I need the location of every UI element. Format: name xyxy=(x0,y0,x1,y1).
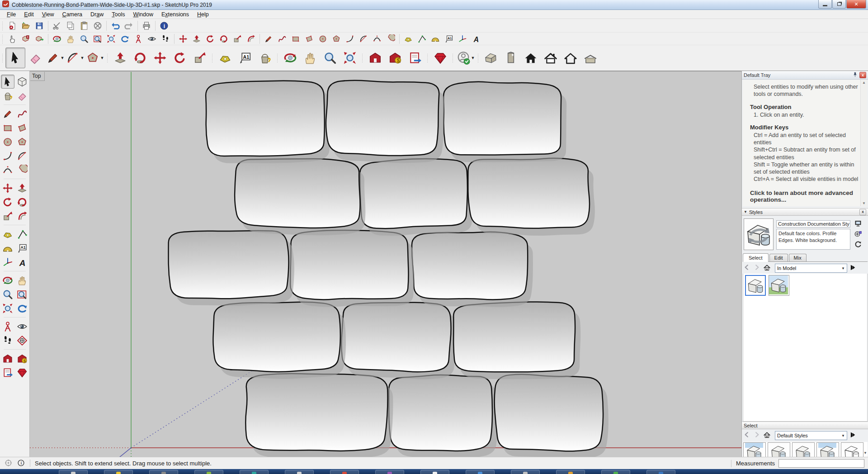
cobblestone[interactable] xyxy=(494,374,609,457)
taskbar-button[interactable] xyxy=(466,470,495,474)
model-house-3d-button[interactable] xyxy=(481,47,501,68)
print-button[interactable] xyxy=(140,20,153,32)
tray-title-bar[interactable]: Default Tray x xyxy=(742,71,868,80)
menu-help[interactable]: Help xyxy=(193,10,213,19)
taskbar-button[interactable] xyxy=(240,470,269,474)
menu-view[interactable]: View xyxy=(38,10,58,19)
text-button[interactable]: A1 xyxy=(442,33,456,45)
restore-button[interactable] xyxy=(832,0,846,9)
cobblestone[interactable] xyxy=(411,231,534,308)
cobblestone[interactable] xyxy=(360,158,474,236)
new-file-button[interactable] xyxy=(5,20,19,32)
cobblestone[interactable] xyxy=(326,80,444,163)
model-info-button[interactable]: i xyxy=(157,20,171,32)
pie-tool[interactable] xyxy=(15,163,29,177)
arc-tool[interactable] xyxy=(1,149,14,163)
instructor-advanced-link[interactable]: Click to learn about more advanced opera… xyxy=(750,190,859,203)
thumbs-scroll-down-icon[interactable]: ▼ xyxy=(863,451,867,455)
paint-bucket-tool[interactable] xyxy=(1,89,14,103)
taskbar-button[interactable] xyxy=(601,470,630,474)
taskbar-button[interactable] xyxy=(646,470,675,474)
orbit-button[interactable] xyxy=(280,47,300,68)
active-style-preview[interactable] xyxy=(744,218,774,250)
tab-select[interactable]: Select xyxy=(743,253,769,262)
line-dropdown-button[interactable]: ▼ xyxy=(45,47,65,68)
pan-button[interactable] xyxy=(300,47,320,68)
scroll-down-icon[interactable]: ▼ xyxy=(862,201,866,205)
pin-icon[interactable] xyxy=(852,72,858,79)
collapse-icon[interactable]: ▼ xyxy=(744,210,747,214)
menu-file[interactable]: File xyxy=(3,10,20,19)
previous-view-button[interactable] xyxy=(118,33,132,45)
text-tool[interactable]: A1 xyxy=(15,241,29,255)
select-section-header[interactable]: Select xyxy=(742,422,868,429)
cobblestone[interactable] xyxy=(245,373,393,457)
tape-measure-button[interactable] xyxy=(401,33,415,45)
cobblestone[interactable] xyxy=(453,302,581,380)
text-button[interactable]: A1 xyxy=(235,47,255,68)
zoom-tool[interactable] xyxy=(1,287,14,301)
zoom-button[interactable] xyxy=(77,33,91,45)
dropdown-arrow-icon[interactable]: ▼ xyxy=(471,56,475,60)
3d-text-tool[interactable]: A xyxy=(15,255,29,269)
rectangle-button[interactable] xyxy=(289,33,302,45)
rotate-button[interactable] xyxy=(170,47,190,68)
title-bar[interactable]: Cobblestone-Running-Bond-Pattern-Wide-Si… xyxy=(0,0,868,10)
rectangle-tool[interactable] xyxy=(1,121,14,135)
dimensions-tool[interactable] xyxy=(15,227,29,241)
3d-warehouse-tool[interactable] xyxy=(1,351,14,365)
details-arrow-icon[interactable] xyxy=(849,431,856,441)
rotate-button[interactable] xyxy=(203,33,217,45)
taskbar-button[interactable] xyxy=(149,470,178,474)
previous-view-tool[interactable] xyxy=(15,301,29,315)
arc-dropdown-button[interactable]: ▼ xyxy=(65,47,85,68)
scale-button[interactable] xyxy=(190,47,210,68)
3d-text-button[interactable]: A xyxy=(469,33,483,45)
axes-button[interactable] xyxy=(456,33,469,45)
component-attributes-button[interactable] xyxy=(19,33,33,45)
details-arrow-icon[interactable] xyxy=(849,264,856,273)
component-options-button[interactable] xyxy=(33,33,46,45)
move-tool[interactable] xyxy=(1,181,14,195)
pie-button[interactable] xyxy=(384,33,397,45)
taskbar-button[interactable] xyxy=(330,470,359,474)
freehand-button[interactable] xyxy=(275,33,289,45)
eraser-tool[interactable] xyxy=(15,89,29,103)
polygon-button[interactable] xyxy=(330,33,343,45)
menu-extensions[interactable]: Extensions xyxy=(157,10,193,19)
rotated-rectangle-button[interactable] xyxy=(302,33,316,45)
nav-forward-icon[interactable] xyxy=(753,264,760,273)
styles-collection-dropdown[interactable]: In Model▼ xyxy=(775,264,847,273)
geolocation-icon[interactable] xyxy=(5,459,13,467)
home-icon[interactable] xyxy=(763,264,771,273)
look-around-tool[interactable] xyxy=(15,319,29,333)
tray-close-button[interactable]: x xyxy=(859,72,866,78)
arc-button[interactable] xyxy=(343,33,357,45)
default-style-thumb-2[interactable] xyxy=(768,442,790,457)
extension-warehouse-tool[interactable]: $ xyxy=(15,351,29,365)
taskbar-button[interactable] xyxy=(104,470,133,474)
eraser-button[interactable] xyxy=(25,47,45,68)
cobblestone[interactable] xyxy=(388,374,498,457)
orbit-button[interactable] xyxy=(50,33,64,45)
follow-me-tool[interactable] xyxy=(15,195,29,209)
default-style-thumb-1[interactable] xyxy=(743,442,766,457)
two-point-arc-button[interactable] xyxy=(357,33,370,45)
tape-measure-tool[interactable] xyxy=(1,227,14,241)
paint-bucket-button[interactable] xyxy=(255,47,275,68)
two-point-arc-tool[interactable] xyxy=(15,149,29,163)
taskbar-button[interactable] xyxy=(556,470,585,474)
info-icon[interactable]: i xyxy=(17,459,25,467)
3d-warehouse-button[interactable] xyxy=(365,47,385,68)
model-building-button[interactable] xyxy=(501,47,521,68)
component-sampler-button[interactable] xyxy=(5,33,19,45)
menu-edit[interactable]: Edit xyxy=(20,10,38,19)
position-camera-button[interactable] xyxy=(132,33,145,45)
circle-button[interactable] xyxy=(316,33,330,45)
scroll-up-icon[interactable]: ▲ xyxy=(862,81,866,85)
update-style-icon[interactable] xyxy=(854,240,862,248)
styles-list-area[interactable] xyxy=(743,274,868,422)
drawing-canvas[interactable]: Top xyxy=(30,71,741,457)
line-button[interactable] xyxy=(262,33,275,45)
push-pull-button[interactable] xyxy=(110,47,130,68)
